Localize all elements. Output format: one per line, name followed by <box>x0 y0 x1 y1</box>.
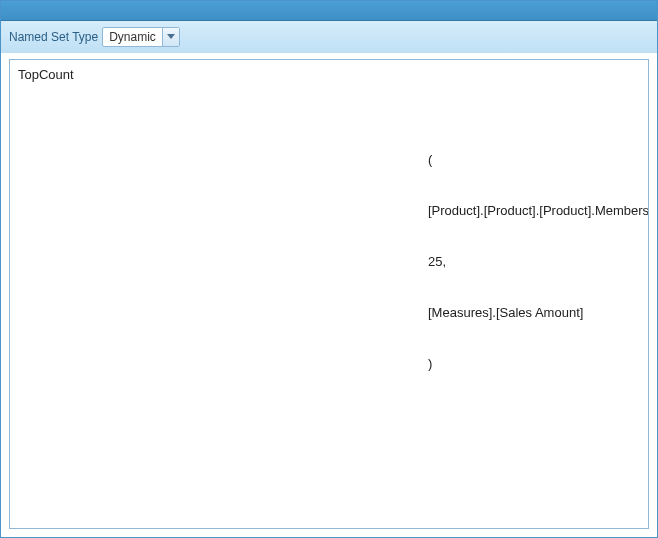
named-set-type-dropdown-button[interactable] <box>162 28 179 46</box>
named-set-type-label: Named Set Type <box>9 30 98 44</box>
code-arguments: ( [Product].[Product].[Product].Members,… <box>428 117 649 406</box>
named-set-type-combo[interactable]: Dynamic <box>102 27 180 47</box>
code-line: ( <box>428 151 649 168</box>
named-set-type-value: Dynamic <box>103 28 162 46</box>
code-function-name: TopCount <box>18 66 74 83</box>
titlebar <box>1 1 657 21</box>
code-line: [Measures].[Sales Amount] <box>428 304 649 321</box>
code-line: 25, <box>428 253 649 270</box>
editor-container: TopCount ( [Product].[Product].[Product]… <box>1 53 657 537</box>
chevron-down-icon <box>167 34 175 40</box>
window-frame: Named Set Type Dynamic TopCount ( [Produ… <box>0 0 658 538</box>
toolbar: Named Set Type Dynamic <box>1 21 657 53</box>
code-line: ) <box>428 355 649 372</box>
code-line: [Product].[Product].[Product].Members, <box>428 202 649 219</box>
expression-editor[interactable]: TopCount ( [Product].[Product].[Product]… <box>9 59 649 529</box>
